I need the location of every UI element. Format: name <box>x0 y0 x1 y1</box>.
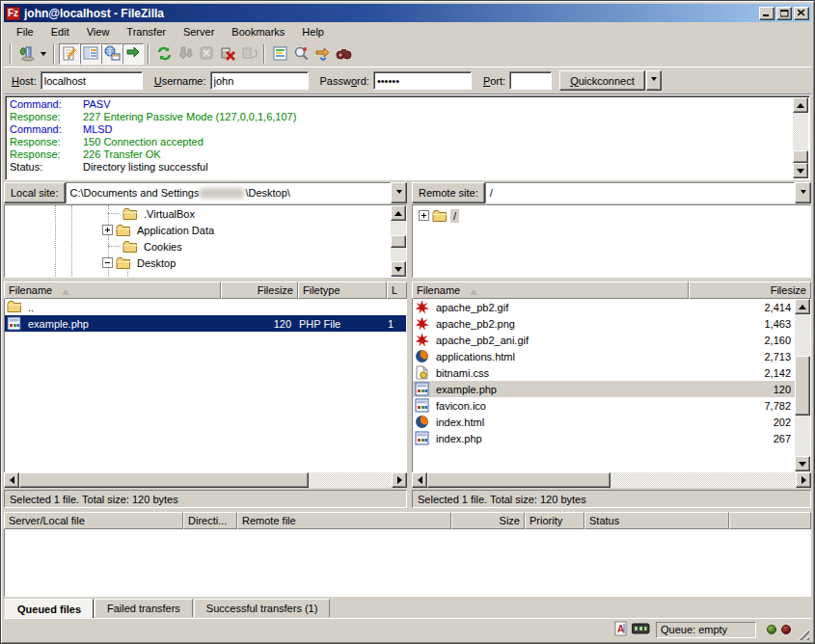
column-header-remote-file[interactable]: Remote file <box>237 512 451 529</box>
cancel-operation-button[interactable] <box>196 43 217 65</box>
toggle-message-log-button[interactable] <box>59 43 80 65</box>
title-bar[interactable]: Fz john@localhost - FileZilla <box>4 4 811 22</box>
scrollbar-thumb[interactable] <box>793 150 808 163</box>
column-header-filesize[interactable]: Filesize <box>689 282 811 299</box>
column-header-filetype[interactable]: Filetype <box>298 282 387 299</box>
scrollbar-thumb[interactable] <box>795 356 810 416</box>
menu-view[interactable]: View <box>78 24 119 40</box>
local-tree-scrollbar[interactable] <box>391 205 406 277</box>
tree-item-application-data[interactable]: Application Data <box>102 222 217 238</box>
remote-vertical-scrollbar[interactable] <box>795 299 810 471</box>
expand-icon[interactable] <box>102 225 113 235</box>
scroll-down-button[interactable] <box>793 163 808 178</box>
reconnect-button[interactable] <box>238 43 259 65</box>
disconnect-button[interactable] <box>217 43 238 65</box>
scrollbar-thumb[interactable] <box>19 472 309 488</box>
log-scrollbar[interactable] <box>793 97 808 178</box>
file-row[interactable]: applications.html2,713 <box>413 348 795 364</box>
toggle-local-tree-button[interactable] <box>80 43 101 65</box>
minimize-button[interactable] <box>759 7 774 20</box>
local-site-path[interactable]: C:\Documents and Settings\Desktop\ <box>66 182 391 203</box>
quickconnect-button[interactable]: Quickconnect <box>559 70 645 91</box>
file-row-selected[interactable]: example.php 120 PHP File 1 <box>5 315 406 332</box>
menu-help[interactable]: Help <box>293 24 333 40</box>
expand-icon[interactable] <box>419 210 429 221</box>
remote-treeview-icon <box>104 45 121 64</box>
process-queue-button[interactable] <box>175 43 196 65</box>
remote-directory-tree[interactable]: / <box>412 204 811 278</box>
remote-site-path[interactable]: / <box>485 182 795 203</box>
scroll-up-button[interactable] <box>795 299 810 314</box>
synchronized-browsing-button[interactable] <box>312 43 333 65</box>
column-header-filename[interactable]: Filename <box>4 282 221 299</box>
scrollbar-thumb[interactable] <box>391 235 406 248</box>
file-row[interactable]: apache_pb2.png1,463 <box>413 315 795 332</box>
php-file-icon <box>7 316 22 331</box>
arrow-up-icon <box>394 207 402 216</box>
column-header-lastmodified[interactable]: L <box>387 282 407 299</box>
file-row[interactable]: favicon.ico7,782 <box>413 397 795 414</box>
file-row-selected[interactable]: example.php120 <box>413 381 795 397</box>
scroll-right-button[interactable] <box>796 472 811 488</box>
local-horizontal-scrollbar[interactable] <box>4 472 407 488</box>
local-directory-tree[interactable]: .VirtualBox Application Data Cookies Des… <box>4 204 407 278</box>
site-manager-dropdown[interactable] <box>37 43 49 65</box>
directory-comparison-button[interactable] <box>290 43 312 65</box>
status-bar: A Queue: empty <box>4 618 811 640</box>
queue-list-body[interactable] <box>4 529 811 597</box>
scroll-left-button[interactable] <box>412 472 427 488</box>
close-button[interactable] <box>794 7 809 20</box>
toggle-remote-tree-button[interactable] <box>101 43 122 65</box>
column-header-filesize[interactable]: Filesize <box>221 282 298 299</box>
column-header-server-local-file[interactable]: Server/Local file <box>4 512 183 529</box>
file-row[interactable]: index.php267 <box>413 430 795 446</box>
menu-server[interactable]: Server <box>175 24 223 40</box>
menu-file[interactable]: File <box>8 24 42 40</box>
window-title: john@localhost - FileZilla <box>24 7 757 20</box>
find-files-button[interactable] <box>333 43 354 65</box>
file-row[interactable]: index.html202 <box>413 414 795 430</box>
file-row[interactable]: apache_pb2.gif2,414 <box>413 299 795 315</box>
tree-item-cookies[interactable]: Cookies <box>108 238 185 255</box>
scroll-left-button[interactable] <box>4 472 19 488</box>
toggle-transfer-queue-button[interactable] <box>122 43 144 65</box>
resize-grip[interactable] <box>797 628 809 640</box>
password-input[interactable] <box>373 71 472 90</box>
apache-file-icon <box>415 300 430 314</box>
tab-successful-transfers[interactable]: Successful transfers (1) <box>194 599 331 617</box>
tree-item-virtualbox[interactable]: .VirtualBox <box>108 205 198 222</box>
maximize-button[interactable] <box>776 7 792 20</box>
host-input[interactable] <box>41 71 143 90</box>
file-row[interactable]: apache_pb2_ani.gif2,160 <box>413 332 795 348</box>
scroll-down-button[interactable] <box>795 456 810 471</box>
menu-edit[interactable]: Edit <box>42 24 78 40</box>
scroll-down-button[interactable] <box>391 261 406 277</box>
username-input[interactable] <box>210 71 309 90</box>
scrollbar-thumb[interactable] <box>427 472 611 488</box>
port-input[interactable] <box>509 71 552 90</box>
menu-bookmarks[interactable]: Bookmarks <box>223 24 293 40</box>
file-row[interactable]: bitnami.css2,142 <box>413 364 795 381</box>
scroll-up-button[interactable] <box>793 97 808 113</box>
scroll-right-button[interactable] <box>392 472 407 488</box>
quickconnect-dropdown[interactable] <box>646 70 662 91</box>
tab-failed-transfers[interactable]: Failed transfers <box>95 599 193 617</box>
refresh-button[interactable] <box>153 43 175 65</box>
collapse-icon[interactable] <box>102 257 113 268</box>
tree-item-root[interactable]: / <box>419 207 459 224</box>
site-manager-button[interactable] <box>15 43 37 65</box>
menu-transfer[interactable]: Transfer <box>118 24 175 40</box>
filter-button[interactable] <box>269 43 290 65</box>
remote-site-dropdown[interactable] <box>795 182 811 203</box>
column-header-filename[interactable]: Filename <box>412 282 689 299</box>
column-header-priority[interactable]: Priority <box>525 512 584 529</box>
column-header-direction[interactable]: Directi... <box>183 512 237 529</box>
scroll-up-button[interactable] <box>391 205 406 221</box>
local-site-dropdown[interactable] <box>391 182 407 203</box>
column-header-size[interactable]: Size <box>451 512 525 529</box>
file-row-parent-dir[interactable]: .. <box>5 299 406 315</box>
column-header-status[interactable]: Status <box>584 512 729 529</box>
tree-item-desktop[interactable]: Desktop <box>102 255 178 271</box>
remote-horizontal-scrollbar[interactable] <box>412 472 811 488</box>
tab-queued-files[interactable]: Queued files <box>5 599 94 618</box>
